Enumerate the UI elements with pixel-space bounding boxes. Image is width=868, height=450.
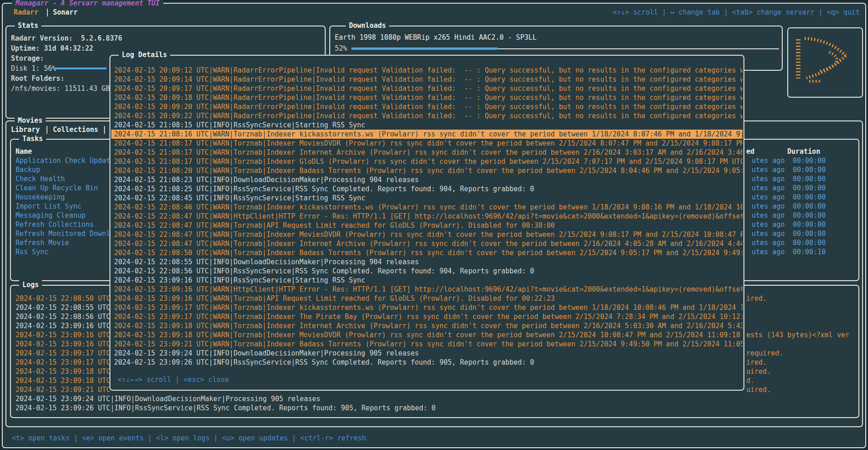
task-started-fragment: utes ago [752,183,785,193]
log-row-tail-fragment: required. [746,349,783,358]
stats-title: Stats [15,21,42,30]
log-detail-line[interactable]: 2024-02-15 23:09:16 UTC|WARN|HttpClient|… [111,285,743,294]
log-row-tail-fragment: uired. [746,367,771,376]
task-name: Messaging Cleanup [16,211,86,220]
log-detail-line[interactable]: 2024-02-15 22:08:46 UTC|WARN|Torznab|Ind… [111,203,743,212]
log-row-text: 2024-02-15 23:09:26 UTC|INFO|RssSyncServ… [16,403,436,413]
log-detail-line[interactable]: 2024-02-15 20:09:12 UTC|WARN|RadarrError… [111,66,743,75]
task-name: Import List Sync [16,202,82,211]
task-duration: 00:00:00 [793,238,826,247]
managarr-tui-screen: { "app": { "title": "Managarr - A Servar… [0,0,868,450]
movies-tab-separator [47,126,47,134]
top-keybinds: <↑↓> scroll | ↔ change tab | <tab> chang… [613,8,860,17]
tasks-title: Tasks [19,134,46,143]
log-detail-line[interactable]: 2024-02-15 22:08:47 UTC|WARN|HttpClient|… [111,212,743,221]
log-detail-line[interactable]: 2024-02-15 21:08:17 UTC|WARN|Torznab|Ind… [111,157,743,166]
log-detail-line[interactable]: 2024-02-15 22:08:47 UTC|WARN|Torznab|API… [111,221,743,230]
task-name: Check Health [16,174,65,183]
task-name: Refresh Movie [16,238,69,247]
tab-collections[interactable]: Collections [53,125,98,134]
task-name: Housekeeping [16,193,65,202]
movies-title: Movies [15,116,46,125]
log-detail-line[interactable]: 2024-02-15 20:09:20 UTC|WARN|RadarrError… [111,102,743,111]
task-duration: 00:00:10 [793,247,826,256]
log-detail-line[interactable]: 2024-02-15 20:09:17 UTC|WARN|RadarrError… [111,84,743,93]
log-detail-line[interactable]: 2024-02-15 22:08:50 UTC|WARN|Torznab|Ind… [111,248,743,257]
log-detail-line[interactable]: 2024-02-15 22:08:56 UTC|INFO|RssSyncServ… [111,267,743,276]
radarr-logo-icon [791,33,859,89]
log-detail-line[interactable]: 2024-02-15 21:08:15 UTC|INFO|RssSyncServ… [111,120,743,130]
tasks-col-duration: Duration [787,147,820,156]
log-detail-line[interactable]: 2024-02-15 23:09:18 UTC|WARN|Torznab|Ind… [111,330,743,340]
log-detail-line[interactable]: 2024-02-15 22:08:55 UTC|INFO|DownloadDec… [111,257,743,267]
task-name: Refresh Monitored Downl [16,229,110,238]
log-row-tail-fragment: uired. [746,385,771,394]
log-detail-line[interactable]: 2024-02-15 21:08:20 UTC|WARN|Torznab|Ind… [111,166,743,175]
task-name: Refresh Collections [16,220,94,229]
task-started-fragment: utes ago [752,193,785,202]
task-started-fragment: utes ago [752,211,785,220]
task-started-fragment: utes ago [752,229,785,238]
stats-rootfolder: /nfs/movies: 11511.43 GB [11,84,110,93]
log-detail-line[interactable]: 2024-02-15 23:09:18 UTC|WARN|Torznab|Ind… [111,321,743,330]
disk-usage-bar [56,68,107,69]
logs-title: Logs [19,280,42,289]
task-name: Backup [16,165,40,174]
task-started-fragment: utes ago [752,202,785,211]
log-detail-line[interactable]: 2024-02-15 21:08:23 UTC|INFO|DownloadDec… [111,175,743,184]
log-detail-line[interactable]: 2024-02-15 20:09:22 UTC|WARN|RadarrError… [111,111,743,120]
log-row-text: 2024-02-15 23:09:21 UTC [16,385,110,394]
task-started-fragment: utes ago [752,174,785,183]
log-row-text: 2024-02-15 22:08:50 UTC [16,294,110,303]
log-row-text: 2024-02-15 23:09:24 UTC|INFO|DownloadDec… [16,394,320,403]
task-duration: 00:00:00 [793,211,826,220]
log-row-text: 2024-02-15 23:09:16 UTC [16,321,110,330]
log-row-tail-fragment: ests (143 bytes)<?xml ver [746,330,849,340]
bottom-keybinds: <t> open tasks | <e> open events | <l> o… [12,434,366,443]
tab-sonarr[interactable]: Sonarr [53,8,78,17]
movies-tab-separator2 [104,126,105,134]
log-detail-line[interactable]: 2024-02-15 23:09:24 UTC|INFO|DownloadDec… [111,349,743,358]
stats-uptime: Uptime: 31d 04:32:22 [11,44,94,53]
tasks-col-executed-fragment: ed [746,147,754,156]
log-detail-line[interactable]: 2024-02-15 23:09:17 UTC|WARN|Torznab|Ind… [111,303,743,312]
log-detail-line[interactable]: 2024-02-15 22:08:45 UTC|INFO|RssSyncServ… [111,194,743,203]
log-row-text: 2024-02-15 23:09:18 UTC [16,367,110,376]
task-name: Clean Up Recycle Bin [16,183,98,193]
tab-radarr[interactable]: Radarr [14,8,38,17]
log-detail-line[interactable]: 2024-02-15 20:09:14 UTC|WARN|RadarrError… [111,75,743,84]
tab-separator [47,9,48,16]
log-detail-line[interactable]: 2024-02-15 23:09:16 UTC|WARN|Torznab|API… [111,294,743,303]
task-duration: 00:00:00 [793,202,826,211]
download-item-title: Earth 1998 1080p WEBRip x265 Hindi AAC2.… [335,33,537,42]
log-detail-line[interactable]: 2024-02-15 23:09:21 UTC|WARN|Torznab|Ind… [111,340,743,349]
downloads-title: Downloads [346,21,389,30]
log-detail-line[interactable]: 2024-02-15 21:08:25 UTC|INFO|RssSyncServ… [111,184,743,194]
log-detail-line[interactable]: 2024-02-15 23:09:17 UTC|WARN|Torznab|Ind… [111,312,743,321]
stats-version: Radarr Version: 5.2.6.8376 [11,34,122,43]
task-started-fragment: utes ago [752,247,785,256]
log-detail-line[interactable]: 2024-02-15 23:09:16 UTC|INFO|RssSyncServ… [111,276,743,285]
log-detail-line-selected[interactable]: 2024-02-15 21:08:16 UTC|WARN|Torznab|Ind… [111,130,743,139]
log-details-footer-keybinds: <↑↓←→> scroll | <esc> close [118,375,229,384]
log-row-tail-fragment: d. [746,376,754,385]
log-detail-line[interactable]: 2024-02-15 20:09:18 UTC|WARN|RadarrError… [111,93,743,102]
log-detail-line[interactable]: 2024-02-15 23:09:26 UTC|INFO|RssSyncServ… [111,358,743,367]
log-details-lines: 2024-02-15 20:09:12 UTC|WARN|RadarrError… [111,66,743,369]
log-detail-line[interactable]: 2024-02-15 22:08:47 UTC|WARN|Torznab|Ind… [111,230,743,239]
log-detail-line[interactable]: 2024-02-15 22:08:47 UTC|WARN|Torznab|Ind… [111,239,743,248]
task-started-fragment: utes ago [752,220,785,229]
task-name: Rss Sync [16,247,48,256]
stats-storage-label: Storage: [11,54,44,63]
log-row-text: 2024-02-15 22:08:55 UTC [16,303,110,312]
tasks-col-name: Name [16,147,32,156]
task-duration: 00:00:00 [793,165,826,174]
tab-library[interactable]: Library [11,125,40,134]
log-detail-line[interactable]: 2024-02-15 21:08:17 UTC|WARN|Torznab|Ind… [111,139,743,148]
task-duration: 00:00:00 [793,193,826,202]
download-percent: 52% [335,44,347,53]
log-row-text: 2024-02-15 23:09:18 UTC [16,376,110,385]
task-duration: 00:00:00 [793,174,826,183]
log-row-text: 2024-02-15 23:09:16 UTC [16,340,110,349]
log-detail-line[interactable]: 2024-02-15 21:08:17 UTC|WARN|Torznab|Ind… [111,148,743,157]
